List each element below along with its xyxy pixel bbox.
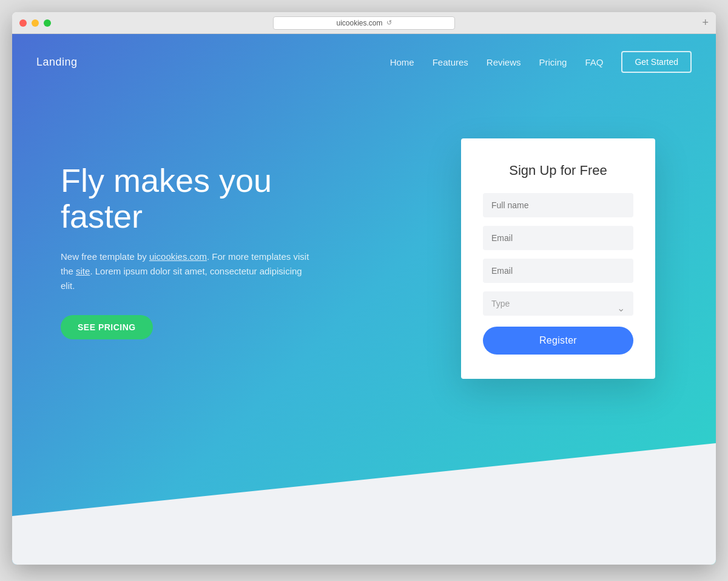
type-select-wrapper: Type Personal Business <box>483 291 633 327</box>
nav-link-reviews[interactable]: Reviews <box>487 57 521 67</box>
nav-links: Home Features Reviews Pricing FAQ Get St… <box>390 51 692 73</box>
get-started-button[interactable]: Get Started <box>621 51 692 73</box>
url-text: uicookies.com <box>336 19 382 27</box>
fullname-input[interactable] <box>483 193 633 217</box>
add-tab-button[interactable]: + <box>702 16 709 29</box>
browser-window: uicookies.com ↺ + Landing Home Features … <box>12 12 716 565</box>
site-link[interactable]: site <box>76 266 90 276</box>
hero-title: Fly makes you faster <box>61 163 315 235</box>
type-select[interactable]: Type Personal Business <box>483 291 633 316</box>
navbar: Landing Home Features Reviews Pricing FA… <box>12 34 716 90</box>
url-bar[interactable]: uicookies.com ↺ <box>273 16 455 30</box>
browser-titlebar: uicookies.com ↺ + <box>12 12 716 34</box>
close-button[interactable] <box>19 19 27 27</box>
nav-link-faq[interactable]: FAQ <box>585 57 603 67</box>
uicookies-link[interactable]: uicookies.com <box>149 251 207 262</box>
hero-left: Fly makes you faster New free template b… <box>61 138 315 339</box>
nav-brand: Landing <box>36 56 78 69</box>
hero-subtitle: New free template by uicookies.com. For … <box>61 250 315 293</box>
register-button[interactable]: Register <box>483 327 633 355</box>
hero-section: Landing Home Features Reviews Pricing FA… <box>12 34 716 565</box>
maximize-button[interactable] <box>44 19 51 27</box>
email-input[interactable] <box>483 226 633 250</box>
hero-content: Fly makes you faster New free template b… <box>12 90 716 379</box>
nav-link-home[interactable]: Home <box>390 57 414 67</box>
email-confirm-input[interactable] <box>483 259 633 283</box>
reload-icon[interactable]: ↺ <box>386 19 392 27</box>
see-pricing-button[interactable]: SEE PRICING <box>61 315 153 339</box>
minimize-button[interactable] <box>32 19 39 27</box>
nav-link-features[interactable]: Features <box>433 57 468 67</box>
website-content: Landing Home Features Reviews Pricing FA… <box>12 34 716 565</box>
signup-card: Sign Up for Free Type Personal Business … <box>461 138 655 379</box>
signup-title: Sign Up for Free <box>483 163 633 178</box>
nav-link-pricing[interactable]: Pricing <box>539 57 567 67</box>
